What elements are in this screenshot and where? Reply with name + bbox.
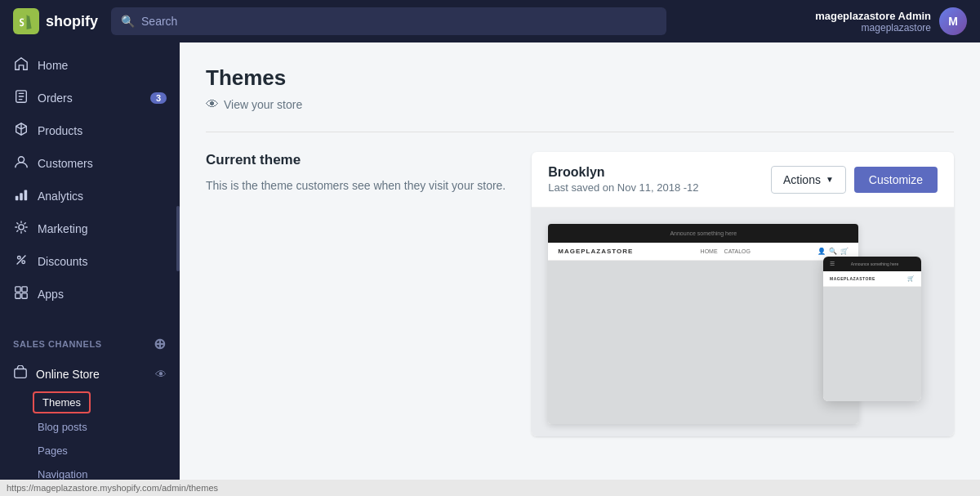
desktop-store-name: MAGEPLAZASTORE — [558, 248, 633, 255]
sidebar-item-label: Customers — [38, 157, 93, 170]
theme-preview: Announce something here MAGEPLAZASTORE H… — [532, 208, 954, 436]
theme-card: Brooklyn Last saved on Nov 11, 2018 -12 … — [532, 152, 954, 436]
theme-card-header: Brooklyn Last saved on Nov 11, 2018 -12 … — [532, 152, 954, 208]
main-content: Themes 👁 View your store Current theme T… — [180, 42, 980, 480]
view-store-eye-icon: 👁 — [206, 97, 219, 112]
customize-button[interactable]: Customize — [854, 167, 938, 193]
sidebar-item-orders[interactable]: Orders 3 — [0, 82, 180, 114]
desktop-preview: Announce something here MAGEPLAZASTORE H… — [548, 224, 858, 424]
desktop-store-bar: MAGEPLAZASTORE HOME CATALOG 👤 🔍 🛒 — [548, 243, 858, 261]
actions-label: Actions — [783, 173, 821, 186]
mobile-announce-bar: ☰ Announce something here — [823, 257, 921, 271]
sidebar-item-blog-posts[interactable]: Blog posts — [0, 415, 180, 439]
blog-posts-label: Blog posts — [38, 421, 87, 433]
marketing-icon — [13, 220, 29, 238]
current-theme-section: Current theme This is the theme customer… — [206, 152, 954, 436]
search-icon: 🔍 — [121, 15, 135, 28]
svg-rect-10 — [16, 293, 20, 298]
sales-channels-header: SALES CHANNELS ⊕ — [0, 324, 180, 358]
view-store-link[interactable]: 👁 View your store — [206, 97, 954, 112]
svg-point-6 — [18, 257, 21, 260]
mobile-cart-icon: 🛒 — [907, 275, 915, 282]
avatar[interactable]: M — [939, 7, 967, 35]
sales-channels-label: SALES CHANNELS — [13, 339, 102, 349]
sidebar-item-label: Home — [38, 59, 68, 72]
chevron-down-icon: ▼ — [826, 175, 834, 184]
user-info: mageplazastore Admin mageplazastore — [815, 10, 931, 34]
nav-link-home: HOME — [701, 248, 718, 254]
sidebar-item-home[interactable]: Home — [0, 49, 180, 82]
mobile-announce-text: Announce something here — [835, 261, 915, 266]
online-store-label: Online Store — [36, 368, 147, 381]
nav-link-catalog: CATALOG — [724, 248, 751, 254]
current-theme-heading: Current theme — [206, 152, 506, 168]
sidebar-item-pages[interactable]: Pages — [0, 439, 180, 462]
sidebar-item-apps[interactable]: Apps — [0, 278, 180, 311]
search-icon-desktop: 🔍 — [829, 248, 837, 255]
desktop-announce-bar: Announce something here — [548, 224, 858, 243]
discounts-icon — [13, 252, 29, 270]
user-icon: 👤 — [817, 248, 826, 255]
svg-rect-2 — [16, 196, 19, 200]
mobile-body — [823, 287, 921, 401]
mobile-store-name: MAGEPLAZASTORE — [830, 276, 875, 281]
themes-sub-item-wrapper: Themes — [0, 390, 180, 415]
cart-icon-desktop: 🛒 — [840, 248, 849, 255]
top-navigation: shopify 🔍 mageplazastore Admin mageplaza… — [0, 0, 980, 42]
theme-saved: Last saved on Nov 11, 2018 -12 — [548, 181, 698, 194]
svg-point-1 — [18, 157, 24, 163]
eye-icon[interactable]: 👁 — [155, 368, 167, 381]
sidebar-item-customers[interactable]: Customers — [0, 147, 180, 180]
svg-point-5 — [19, 225, 24, 230]
theme-name: Brooklyn — [548, 165, 698, 180]
scrollbar-handle — [176, 206, 180, 271]
search-bar[interactable]: 🔍 — [111, 7, 666, 35]
search-input[interactable] — [141, 15, 657, 28]
view-store-text: View your store — [224, 98, 302, 111]
svg-rect-3 — [20, 193, 23, 200]
navigation-label: Navigation — [38, 468, 87, 480]
actions-dropdown-button[interactable]: Actions ▼ — [771, 166, 846, 194]
sidebar-item-label: Discounts — [38, 255, 87, 268]
sidebar-item-label: Apps — [38, 288, 64, 301]
svg-rect-9 — [22, 287, 27, 292]
status-bar: https://mageplazastore.myshopify.com/adm… — [0, 480, 980, 496]
sidebar-item-label: Analytics — [38, 190, 83, 203]
sidebar-item-discounts[interactable]: Discounts — [0, 245, 180, 278]
desktop-body — [548, 261, 858, 424]
analytics-icon — [13, 187, 29, 205]
svg-rect-11 — [22, 293, 27, 298]
online-store-icon — [13, 365, 28, 382]
shopify-logo[interactable]: shopify — [13, 8, 98, 34]
logo-text: shopify — [46, 13, 98, 30]
orders-badge: 3 — [150, 92, 167, 104]
shopify-logo-icon — [13, 8, 39, 34]
sidebar-item-navigation[interactable]: Navigation — [0, 462, 180, 480]
svg-rect-8 — [16, 287, 20, 292]
sidebar-item-analytics[interactable]: Analytics — [0, 180, 180, 212]
current-theme-label: Current theme This is the theme customer… — [206, 152, 506, 194]
user-store: mageplazastore — [815, 22, 931, 34]
theme-info: Brooklyn Last saved on Nov 11, 2018 -12 — [548, 165, 698, 194]
pages-label: Pages — [38, 445, 68, 457]
sidebar-item-marketing[interactable]: Marketing — [0, 212, 180, 245]
user-area: mageplazastore Admin mageplazastore M — [815, 7, 967, 35]
sidebar-item-themes[interactable]: Themes — [33, 391, 91, 413]
sidebar-item-products[interactable]: Products — [0, 114, 180, 147]
desktop-announce-text: Announce something here — [558, 230, 849, 236]
status-url: https://mageplazastore.myshopify.com/adm… — [7, 483, 218, 493]
user-name: mageplazastore Admin — [815, 10, 931, 22]
sidebar: Home Orders 3 Products Customers Analy — [0, 42, 180, 480]
add-sales-channel-icon[interactable]: ⊕ — [154, 335, 167, 353]
current-theme-description: This is the theme customers see when the… — [206, 177, 506, 194]
home-icon — [13, 56, 29, 74]
page-title: Themes — [206, 65, 954, 91]
sidebar-item-label: Marketing — [38, 222, 87, 235]
products-icon — [13, 122, 29, 140]
desktop-nav-icons: 👤 🔍 🛒 — [817, 248, 849, 255]
customers-icon — [13, 154, 29, 172]
orders-icon — [13, 89, 29, 107]
mobile-preview: ☰ Announce something here MAGEPLAZASTORE… — [823, 257, 921, 401]
svg-point-7 — [22, 261, 25, 264]
sidebar-item-online-store[interactable]: Online Store 👁 — [0, 358, 180, 390]
